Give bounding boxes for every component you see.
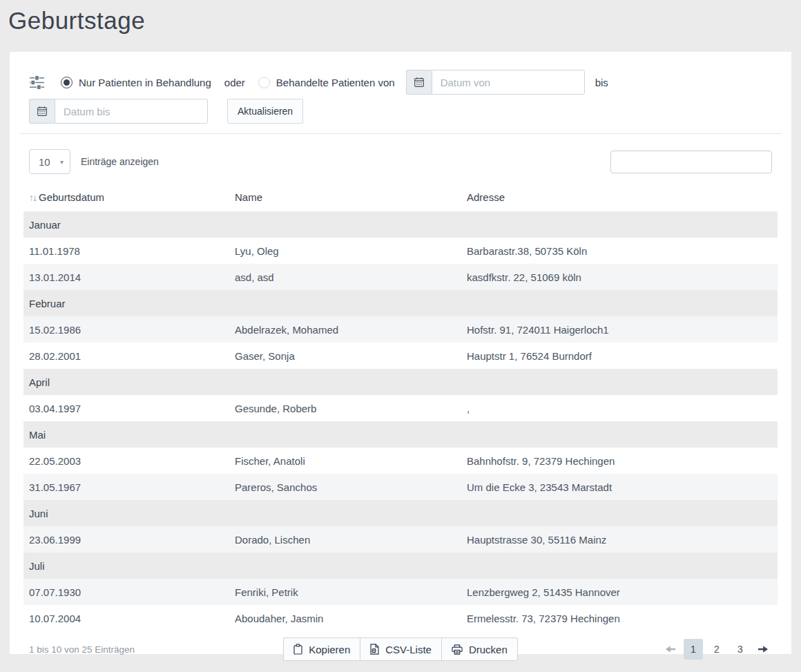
date-from-input[interactable] [432, 70, 585, 95]
month-group-row: Mai [23, 421, 778, 448]
name-cell: Dorado, Lischen [229, 526, 461, 553]
birthdate-cell: 13.01.2014 [23, 264, 229, 290]
name-cell: Aboudaher, Jasmin [229, 605, 461, 631]
radio-patients-in-treatment-label: Nur Patienten in Behandlung [79, 77, 211, 88]
export-buttons: KopierenCSV-ListeDrucken [283, 637, 518, 661]
birthdate-cell: 07.07.1930 [23, 579, 229, 605]
name-cell: Gaser, Sonja [229, 343, 461, 369]
month-group-row: April [23, 369, 778, 395]
table-row: 03.04.1997Gesunde, Roberb, [23, 395, 778, 421]
birthdate-cell: 22.05.2003 [23, 448, 229, 474]
page-size-value: 10 [39, 156, 60, 168]
address-cell: Bahnhofstr. 9, 72379 Hechingen [461, 448, 778, 474]
address-cell: Barbarastr.38, 50735 Köln [461, 238, 778, 264]
arrow-right-icon[interactable] [754, 639, 772, 660]
month-label: April [23, 369, 778, 395]
entries-label: Einträge anzeigen [81, 156, 159, 167]
birthdate-cell: 10.07.2004 [23, 605, 229, 631]
address-cell: Hauptstrasse 30, 55116 Mainz [461, 526, 778, 553]
name-cell: Abdelrazek, Mohamed [229, 316, 461, 343]
export-button-label: Kopieren [309, 644, 350, 655]
table-footer: 1 bis 10 von 25 Einträgen KopierenCSV-Li… [29, 637, 772, 661]
page-button-1[interactable]: 1 [684, 639, 703, 660]
month-label: Januar [23, 211, 778, 238]
table-row: 10.07.2004Aboudaher, JasminErmelesstr. 7… [23, 605, 778, 631]
export-button-label: Drucken [469, 644, 508, 655]
month-group-row: Juni [23, 500, 778, 526]
caret-down-icon: ▾ [60, 158, 64, 166]
column-header-birthdate[interactable]: ↑↓Geburtsdatum [23, 182, 229, 211]
table-row: 07.07.1930Fenriki, PetrikLenzbergweg 2, … [23, 579, 778, 605]
month-label: Mai [23, 421, 778, 448]
month-label: Juli [23, 553, 778, 579]
address-cell: , [461, 395, 778, 421]
radio-treated-patients[interactable] [258, 77, 270, 88]
page-size-control: 10 ▾ Einträge anzeigen [29, 149, 159, 174]
update-button[interactable]: Aktualisieren [227, 99, 303, 124]
pagination: 123 [518, 639, 772, 660]
birthdate-cell: 15.02.1986 [23, 316, 229, 343]
page-header: Geburtstage [0, 0, 801, 52]
bis-label: bis [595, 77, 608, 88]
month-label: Juni [23, 500, 778, 526]
sort-arrows-icon: ↑↓ [29, 192, 36, 203]
filter-separator [19, 133, 782, 134]
column-header-name: Name [229, 182, 461, 211]
table-row: 11.01.1978Lyu, OlegBarbarastr.38, 50735 … [23, 238, 778, 264]
column-header-address: Adresse [461, 182, 778, 211]
date-to-input[interactable] [55, 99, 208, 124]
birthdate-cell: 03.04.1997 [23, 395, 229, 421]
address-cell: Lenzbergweg 2, 51435 Hannover [461, 579, 778, 605]
date-to-group [29, 99, 208, 124]
page-button-2[interactable]: 2 [707, 639, 726, 660]
table-controls: 10 ▾ Einträge anzeigen [29, 149, 772, 174]
printer-icon [452, 644, 463, 655]
table-row: 15.02.1986Abdelrazek, MohamedHofstr. 91,… [23, 316, 778, 343]
table-header-row: ↑↓Geburtsdatum Name Adresse [23, 182, 778, 211]
page-size-select[interactable]: 10 ▾ [29, 149, 70, 174]
csv-liste-button[interactable]: CSV-Liste [360, 637, 442, 661]
name-cell: Lyu, Oleg [229, 238, 461, 264]
name-cell: Fischer, Anatoli [229, 448, 461, 474]
csv-file-icon [370, 644, 379, 655]
month-group-row: Januar [23, 211, 778, 238]
birthdate-cell: 23.06.1999 [23, 526, 229, 553]
search-input[interactable] [610, 151, 772, 173]
calendar-icon[interactable] [29, 99, 55, 124]
table-row: 28.02.2001Gaser, SonjaHauptstr 1, 76524 … [23, 343, 778, 369]
name-cell: Fenriki, Petrik [229, 579, 461, 605]
month-label: Februar [23, 290, 778, 316]
table-row: 23.06.1999Dorado, LischenHauptstrasse 30… [23, 526, 778, 553]
filter-row-1: Nur Patienten in Behandlung oder Behande… [29, 70, 772, 95]
birthdays-table: ↑↓Geburtsdatum Name Adresse Januar11.01.… [23, 182, 778, 631]
page-button-3[interactable]: 3 [731, 639, 750, 660]
birthdate-cell: 28.02.2001 [23, 343, 229, 369]
page-title: Geburtstage [8, 7, 801, 35]
address-cell: Ermelesstr. 73, 72379 Hechingen [461, 605, 778, 631]
export-button-label: CSV-Liste [385, 644, 432, 655]
birthdate-cell: 31.05.1967 [23, 474, 229, 500]
table-row: 31.05.1967Pareros, SanchosUm die Ecke 3,… [23, 474, 778, 500]
birthdate-cell: 11.01.1978 [23, 238, 229, 264]
address-cell: kasdfkstr. 22, 51069 köln [461, 264, 778, 290]
drucken-button[interactable]: Drucken [441, 637, 518, 661]
month-group-row: Juli [23, 553, 778, 579]
kopieren-button[interactable]: Kopieren [283, 637, 360, 661]
name-cell: Pareros, Sanchos [229, 474, 461, 500]
table-body: Januar11.01.1978Lyu, OlegBarbarastr.38, … [23, 211, 778, 631]
radio-patients-in-treatment[interactable] [61, 77, 73, 88]
filter-row-2: Aktualisieren [29, 99, 772, 124]
calendar-icon[interactable] [406, 70, 432, 95]
address-cell: Hofstr. 91, 724011 Haigerloch1 [461, 316, 778, 343]
address-cell: Hauptstr 1, 76524 Burndorf [461, 343, 778, 369]
clipboard-icon [293, 644, 302, 655]
table-row: 22.05.2003Fischer, AnatoliBahnhofstr. 9,… [23, 448, 778, 474]
entries-info: 1 bis 10 von 25 Einträgen [29, 644, 283, 655]
address-cell: Um die Ecke 3, 23543 Marstadt [461, 474, 778, 500]
or-label: oder [224, 77, 245, 88]
name-cell: asd, asd [229, 264, 461, 290]
radio-treated-patients-label: Behandelte Patienten von [276, 77, 395, 88]
content-card: Nur Patienten in Behandlung oder Behande… [10, 52, 791, 654]
table-row: 13.01.2014asd, asdkasdfkstr. 22, 51069 k… [23, 264, 778, 290]
arrow-left-icon[interactable] [662, 639, 679, 660]
